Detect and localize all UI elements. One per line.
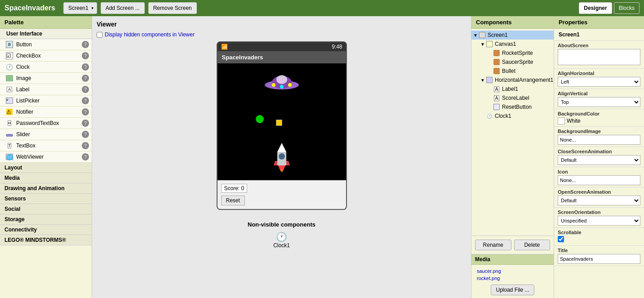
label-info[interactable]: ? [82, 86, 89, 93]
icon-input[interactable] [558, 175, 640, 185]
reset-button[interactable]: Reset [221, 196, 245, 205]
properties-header: Properties [554, 16, 644, 29]
palette-item-clock[interactable]: 🕐 Clock ? [0, 62, 92, 73]
sensors-section[interactable]: Sensors [0, 194, 92, 204]
listpicker-icon: ≡ [5, 97, 13, 105]
score-display: Score: 0 [221, 184, 248, 193]
button-info[interactable]: ? [82, 41, 89, 48]
title-input[interactable] [558, 254, 640, 264]
ha1-toggle[interactable]: ▼ [480, 78, 486, 83]
button-icon: B [5, 40, 13, 49]
orientation-label: ScreenOrientation [558, 209, 640, 215]
scorelabel-icon: A [493, 94, 500, 102]
tree-bullet[interactable]: Bullet [471, 67, 554, 76]
rename-button[interactable]: Rename [475, 240, 511, 250]
label-label: Label [16, 86, 82, 93]
webviewer-icon: 🌐 [5, 153, 13, 161]
upload-file-button[interactable]: Upload File ... [491, 285, 534, 295]
close-anim-select[interactable]: Default Fade Zoom [558, 155, 640, 165]
clock-info[interactable]: ? [82, 63, 89, 71]
image-info[interactable]: ? [82, 75, 89, 82]
tree-ha1[interactable]: ▼ HorizontalArrangement1 [471, 76, 554, 85]
clock1-nonvisible[interactable]: 🕐 Clock1 [273, 231, 290, 249]
tree-canvas1[interactable]: ▼ Canvas1 [471, 40, 554, 49]
checkbox-info[interactable]: ? [82, 52, 89, 59]
notifier-info[interactable]: ? [82, 108, 89, 116]
remove-screen-button[interactable]: Remove Screen [148, 2, 197, 14]
screen1-toggle[interactable]: ▼ [473, 33, 479, 38]
small-square [276, 120, 282, 126]
checkbox-label: CheckBox [16, 53, 82, 59]
tree-resetbutton[interactable]: ResetButton [471, 102, 554, 111]
saucersprite-label: SaucerSprite [502, 59, 552, 65]
designer-button[interactable]: Designer [579, 2, 612, 14]
main-content: Palette User Interface B Button ? ☑ Chec… [0, 16, 644, 298]
score-value: 0 [241, 185, 244, 191]
hidden-components-checkbox[interactable] [97, 32, 102, 38]
color-swatch[interactable] [558, 117, 565, 125]
textbox-icon: T [5, 142, 13, 150]
canvas1-label: Canvas1 [495, 41, 552, 47]
textbox-info[interactable]: ? [82, 142, 89, 149]
palette-item-passwordtextbox[interactable]: •• PasswordTextBox ? [0, 118, 92, 129]
user-interface-section[interactable]: User Interface [0, 29, 92, 39]
tree-scorelabel[interactable]: A ScoreLabel [471, 93, 554, 102]
listpicker-info[interactable]: ? [82, 97, 89, 104]
tree-saucersprite[interactable]: SaucerSprite [471, 58, 554, 67]
ha1-icon [486, 76, 493, 84]
bg-color-label: BackgroundColor [558, 111, 640, 116]
tree-screen1[interactable]: ▼ Screen1 [471, 31, 554, 40]
canvas1-toggle[interactable]: ▼ [480, 42, 486, 47]
open-anim-select[interactable]: Default Fade Zoom [558, 196, 640, 205]
palette-item-slider[interactable]: Slider ? [0, 129, 92, 140]
canvas-area[interactable] [218, 63, 346, 180]
score-text: Score: [224, 185, 240, 191]
palette-item-checkbox[interactable]: ☑ CheckBox ? [0, 50, 92, 62]
saucersprite-icon [493, 58, 500, 66]
svg-marker-12 [280, 170, 284, 172]
clock1-label: Clock1 [273, 242, 290, 249]
storage-section[interactable]: Storage [0, 214, 92, 225]
align-vertical-select[interactable]: Top Center Bottom [558, 97, 640, 107]
media-file-rocket[interactable]: rocket.png [475, 275, 550, 282]
palette-item-notifier[interactable]: ⚠ Notifier ? [0, 107, 92, 118]
tree-rocketsprite[interactable]: RocketSprite [471, 49, 554, 58]
connectivity-section[interactable]: Connectivity [0, 225, 92, 235]
add-screen-button[interactable]: Add Screen ... [101, 2, 145, 14]
orientation-select[interactable]: Unspecified Portrait Landscape [558, 216, 640, 226]
media-panel-header: Media [471, 254, 554, 265]
layout-section[interactable]: Layout [0, 163, 92, 173]
palette-item-button[interactable]: B Button ? [0, 39, 92, 50]
title-prop-label: Title [558, 248, 640, 253]
lego-section[interactable]: LEGO® MINDSTORMS® [0, 235, 92, 245]
clock-icon: 🕐 [5, 63, 13, 71]
media-file-saucer[interactable]: saucer.png [475, 267, 550, 275]
palette-item-textbox[interactable]: T TextBox ? [0, 140, 92, 151]
bullet-sprite [256, 115, 264, 123]
about-screen-input[interactable] [558, 49, 640, 65]
palette-item-webviewer[interactable]: 🌐 WebViewer ? [0, 151, 92, 163]
scrollable-checkbox[interactable] [558, 236, 564, 242]
hidden-components-row: Display hidden components in Viewer [97, 31, 466, 38]
bg-image-input[interactable] [558, 135, 640, 145]
media-section[interactable]: Media [0, 173, 92, 183]
social-section[interactable]: Social [0, 204, 92, 214]
icon-group: Icon [554, 167, 644, 187]
tree-label1[interactable]: A Label1 [471, 85, 554, 93]
header: SpaceInvaders Screen1 Add Screen ... Rem… [0, 0, 644, 16]
image-label: Image [16, 75, 82, 81]
tree-clock1[interactable]: 🕐 Clock1 [471, 111, 554, 120]
palette-item-label[interactable]: A Label ? [0, 84, 92, 95]
slider-info[interactable]: ? [82, 131, 89, 138]
palette-item-image[interactable]: Image ? [0, 73, 92, 84]
screen-dropdown[interactable]: Screen1 [63, 2, 97, 14]
delete-button[interactable]: Delete [514, 240, 551, 250]
label-icon: A [5, 85, 13, 93]
palette-item-listpicker[interactable]: ≡ ListPicker ? [0, 95, 92, 107]
drawing-section[interactable]: Drawing and Animation [0, 183, 92, 194]
webviewer-info[interactable]: ? [82, 153, 89, 160]
clock1-icon: 🕐 [273, 231, 290, 242]
blocks-button[interactable]: Blocks [614, 2, 640, 14]
passwordtextbox-info[interactable]: ? [82, 120, 89, 127]
align-horizontal-select[interactable]: Left Center Right [558, 77, 640, 87]
